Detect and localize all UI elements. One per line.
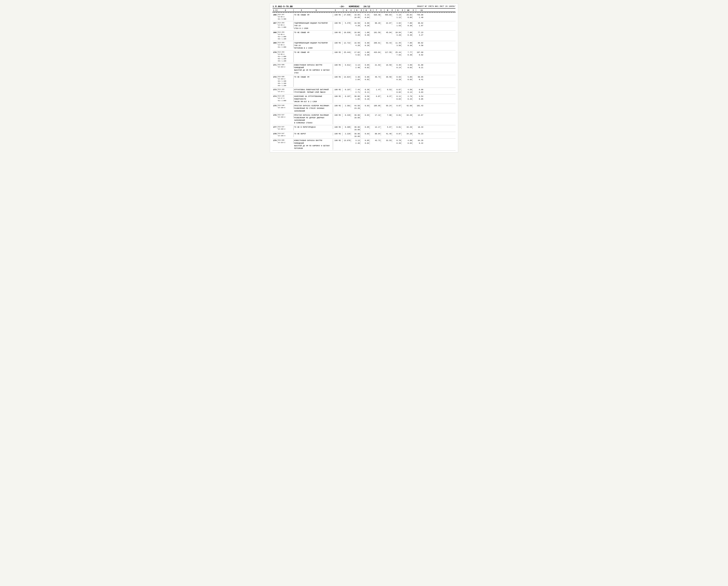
- table-row: 274E13-13913-17-3K1= 2.000НАНЕСЕНИЕ НА О…: [273, 95, 455, 104]
- cell: E15-54715-158-4: [277, 133, 294, 137]
- cell: E13-29313-58-4K1= 2.000K2= 1.100K3= 1.10…: [277, 51, 294, 62]
- cell: 101.43: [412, 105, 424, 108]
- cell: 16.604.20: [351, 31, 360, 36]
- cell: 13.970: [343, 139, 351, 142]
- table-row: 277E15-54715-158-4ТО ЖЕ В ПЕРЕГОРОДКАХ10…: [273, 125, 455, 132]
- cell: ТО ЖЕ СВЫШЕ 4М: [294, 14, 333, 17]
- cell: 1.47: [370, 88, 381, 91]
- col-h-3: I 3 I: [294, 9, 343, 11]
- cell: 89.824.58: [412, 42, 424, 47]
- col-h-9: 9 I: [396, 9, 405, 11]
- table-row: 275E15-54815-158-5ПРОСТАЯ ОКРАСКА КОЛЕРО…: [273, 104, 455, 113]
- col-h-2: 2: [277, 9, 294, 11]
- cell: 43.73: [370, 139, 381, 142]
- cell: 0.900.28: [360, 22, 370, 27]
- cell: E13-10313-14-1: [277, 88, 294, 93]
- cell: 749.001.40: [412, 14, 424, 19]
- cell: ТО ЖЕ В ПЕРЕГОРОДКАХ: [294, 126, 333, 129]
- cell: 0.07: [392, 105, 401, 108]
- cell: 16.504.20: [351, 22, 360, 27]
- cell: E15-54715-158-4: [277, 126, 294, 130]
- cell: 17.024.62: [351, 51, 360, 56]
- cell: 0.53: [381, 88, 392, 91]
- cell: 100 М2: [333, 126, 343, 129]
- cell: 64.260.42: [412, 139, 424, 144]
- divider: [273, 12, 455, 13]
- cell: E15-29715-59-4K2= 0.900: [277, 14, 294, 20]
- cell: E15-54715-158-4: [277, 114, 294, 118]
- cell: 0.070.02: [392, 88, 401, 94]
- cell: 13.824: [343, 76, 351, 79]
- page: 1.П.802-5-78.ВВ -24- КОМПЛЕКС 24/12 ОБЪЕ…: [270, 3, 458, 153]
- cell: 33.53: [381, 139, 392, 142]
- cell: 100 М2: [333, 88, 343, 91]
- cell: ПРОСТАЯ ОКРАСКА КОЛЕРОМ МАСЛЯНЫМРАЗБЕЛЕН…: [294, 114, 333, 124]
- col-h-11: 11: [416, 9, 427, 11]
- cell: 0.360.11: [360, 88, 370, 94]
- cell: 0.060.02: [360, 76, 370, 81]
- cell: 0.197: [343, 88, 351, 91]
- doc-number: 1.П.802-5-78.ВВ: [273, 5, 293, 8]
- cell: 88.94: [370, 133, 381, 136]
- cell: 100 М2: [333, 76, 343, 79]
- table-row: 270E13-29313-58-4K1= 2.000K2= 1.100K3= 1…: [273, 51, 455, 63]
- cell: 36.50: [381, 76, 392, 79]
- cell: 31.800.21: [412, 64, 424, 69]
- col-h-1: 1 I: [273, 9, 277, 11]
- cell: 0.150.04: [360, 14, 370, 19]
- cell: 6.07: [370, 95, 381, 98]
- table-row: 272E15-50915-153-2K2= 1.100K3= 1.100K4= …: [273, 75, 455, 88]
- cell: 0.540.05: [412, 95, 424, 100]
- cell: 272: [273, 76, 277, 79]
- cell: 76.23: [412, 133, 424, 136]
- cell: 34.20: [401, 114, 412, 117]
- cell: 0.37: [381, 95, 392, 98]
- cell: 0.01: [392, 114, 401, 117]
- col-h-6: 6 I: [364, 9, 373, 11]
- col-h-10: 10 I: [405, 9, 416, 11]
- cell: 269: [273, 42, 277, 45]
- cell: 46.73: [370, 76, 381, 79]
- cell: 100 М2: [333, 139, 343, 142]
- cell: 0.900.03: [412, 88, 424, 94]
- cell: 16.59: [381, 64, 392, 67]
- cell: 0.580.18: [360, 95, 370, 100]
- cell: ОГРУНТОВКА ПОВЕРХНОСТЕЙ БИТУМНОЙГРУНТОВК…: [294, 88, 333, 94]
- cell: 7.770.39: [401, 51, 412, 56]
- cell: 12.722: [343, 42, 351, 45]
- cell: 100 М2: [333, 64, 343, 67]
- cell: 117.55: [381, 51, 392, 54]
- header-right: ОБЪЕКТ №7 СМЕТА №01 ЛИСТ 20 10050/: [417, 5, 455, 7]
- cell: 0.429: [343, 114, 351, 117]
- cell: 30.801.86: [351, 95, 360, 100]
- cell: 2.760.23: [401, 95, 412, 100]
- cell: 25.447.63: [392, 51, 401, 56]
- cell: 100 М2: [333, 95, 343, 98]
- table-row: 273E13-10313-14-1ОГРУНТОВКА ПОВЕРХНОСТЕЙ…: [273, 88, 455, 95]
- cell: 270: [273, 51, 277, 54]
- cell: 1.000.30: [360, 31, 370, 36]
- cell: ИЗВЕСТКОВАЯ ОКРАСКА ВНУТРИ ПОМЕЩЕНИЙВЫСО…: [294, 64, 333, 74]
- cell: 4.600.03: [401, 139, 412, 144]
- cell: ТО ЖЕ ВОРОТ: [294, 133, 333, 136]
- table-row: 279E15-50915-153-2ИЗВЕСТКОВАЯ ОКРАСКА ВН…: [273, 139, 455, 151]
- cell: 7.060.39: [401, 31, 412, 36]
- cell: ТО ЖЕ СВЫШЕ 4М: [294, 31, 333, 34]
- cell: ГИДРОФОБИЗАЦИЯ ВОДНЫМ РАСТВОРОМ ГКЖ-10ПО…: [294, 42, 333, 50]
- table-row: 276E15-54715-158-4ПРОСТАЯ ОКРАСКА КОЛЕРО…: [273, 113, 455, 125]
- cell: 38.621.97: [412, 22, 424, 27]
- cell: 100 М2: [333, 114, 343, 117]
- cell: 4.580.14: [401, 88, 412, 94]
- cell: 53.43: [381, 42, 392, 45]
- cell: 39.9018.60: [351, 114, 360, 119]
- cell: E13-29313-58-4K1= 2.000: [277, 22, 294, 29]
- cell: 105.95: [370, 105, 381, 108]
- cell: 27.930: [343, 14, 351, 17]
- cell: E15-54815-158-5: [277, 105, 294, 109]
- cell: 0.110.04: [392, 95, 401, 100]
- cell: 0.050.02: [360, 139, 370, 144]
- table-row: 271E15-50915-153-2ИЗВЕСТКОВАЯ ОКРАСКА ВН…: [273, 63, 455, 75]
- cell: 4.600.03: [401, 64, 412, 69]
- table-row: 268E13-29313-58-4K1= 2.000K3= 1.100ТО ЖЕ…: [273, 31, 455, 41]
- cell: 12.17: [370, 126, 381, 129]
